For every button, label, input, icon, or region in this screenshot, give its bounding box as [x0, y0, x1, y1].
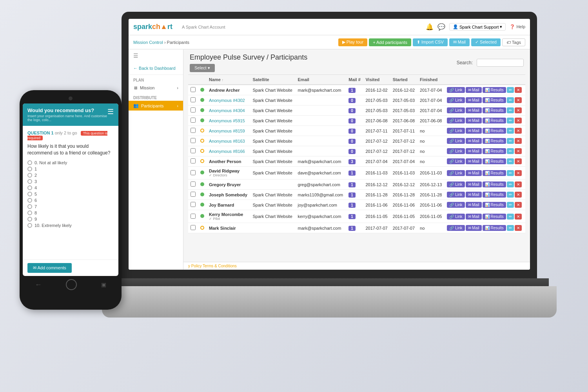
link-button[interactable]: 🔗 Link	[447, 158, 465, 164]
link-button[interactable]: 🔗 Link	[447, 170, 465, 176]
back-to-dashboard[interactable]: ← Back to Dashboard	[129, 62, 183, 75]
hamburger-icon[interactable]: ☰	[129, 49, 183, 62]
row-checkbox[interactable]	[191, 97, 196, 102]
col-started[interactable]: Started	[390, 75, 417, 85]
results-button[interactable]: 📊 Results	[483, 148, 506, 154]
results-button[interactable]: 📊 Results	[483, 118, 506, 123]
results-button[interactable]: 📊 Results	[483, 225, 506, 231]
phone-back-icon[interactable]: ←	[35, 281, 42, 289]
col-mail[interactable]: Mail #	[346, 75, 363, 85]
edit-button[interactable]: ✏	[507, 181, 514, 187]
row-checkbox[interactable]	[191, 202, 196, 207]
radio-button[interactable]	[27, 223, 32, 228]
link-button[interactable]: 🔗 Link	[447, 181, 465, 187]
mail-button[interactable]: ✉ Mail	[449, 38, 470, 46]
import-csv-button[interactable]: ⬆ Import CSV	[413, 38, 448, 46]
sidebar-item-mission[interactable]: 🖥 Mission ›	[129, 83, 183, 93]
results-button[interactable]: 📊 Results	[483, 138, 506, 144]
edit-button[interactable]: ✏	[507, 170, 514, 176]
list-item[interactable]: 0. Not at all likely	[27, 160, 114, 166]
sidebar-item-participants[interactable]: 👥 Participants ›	[129, 101, 183, 111]
row-checkbox[interactable]	[191, 225, 196, 230]
radio-button[interactable]	[27, 173, 32, 178]
chat-icon[interactable]: 💬	[437, 23, 445, 31]
add-comments-button[interactable]: ✉ Add comments	[27, 263, 72, 273]
results-button[interactable]: 📊 Results	[483, 192, 506, 198]
mail-sm-button[interactable]: ✉ Mail	[466, 192, 482, 198]
list-item[interactable]: 1	[27, 166, 114, 172]
edit-button[interactable]: ✏	[507, 128, 514, 134]
results-button[interactable]: 📊 Results	[483, 107, 506, 113]
delete-button[interactable]: ✕	[515, 97, 522, 103]
search-input[interactable]	[477, 59, 524, 67]
row-checkbox[interactable]	[191, 170, 196, 175]
link-button[interactable]: 🔗 Link	[447, 225, 465, 231]
row-checkbox[interactable]	[191, 192, 196, 197]
radio-button[interactable]	[27, 179, 32, 184]
list-item[interactable]: 5	[27, 191, 114, 197]
edit-button[interactable]: ✏	[507, 148, 514, 154]
mail-sm-button[interactable]: ✉ Mail	[466, 148, 482, 154]
delete-button[interactable]: ✕	[515, 107, 522, 113]
radio-button[interactable]	[27, 160, 32, 165]
play-tour-button[interactable]: ▶ Play tour	[338, 38, 367, 46]
radio-button[interactable]	[27, 185, 32, 190]
edit-button[interactable]: ✏	[507, 192, 514, 198]
link-button[interactable]: 🔗 Link	[447, 192, 465, 198]
radio-button[interactable]	[27, 192, 32, 196]
phone-recent-icon[interactable]: ▣	[101, 281, 106, 288]
results-button[interactable]: 📊 Results	[483, 87, 506, 93]
delete-button[interactable]: ✕	[515, 138, 522, 144]
edit-button[interactable]: ✏	[507, 202, 514, 208]
radio-button[interactable]	[27, 198, 32, 203]
delete-button[interactable]: ✕	[515, 118, 522, 123]
link-button[interactable]: 🔗 Link	[447, 138, 465, 144]
delete-button[interactable]: ✕	[515, 225, 522, 231]
row-checkbox[interactable]	[191, 158, 196, 163]
results-button[interactable]: 📊 Results	[483, 128, 506, 134]
selected-button[interactable]: ✓ Selected	[471, 38, 501, 46]
select-button[interactable]: Select ▾	[190, 64, 215, 72]
results-button[interactable]: 📊 Results	[483, 97, 506, 103]
edit-button[interactable]: ✏	[507, 225, 514, 231]
col-finished[interactable]: Finished	[417, 75, 445, 85]
row-checkbox[interactable]	[191, 107, 196, 113]
delete-button[interactable]: ✕	[515, 181, 522, 187]
mail-sm-button[interactable]: ✉ Mail	[466, 170, 482, 176]
mail-sm-button[interactable]: ✉ Mail	[466, 202, 482, 208]
mail-sm-button[interactable]: ✉ Mail	[466, 97, 482, 103]
phone-home-button[interactable]	[66, 279, 77, 290]
list-item[interactable]: 9	[27, 216, 114, 222]
edit-button[interactable]: ✏	[507, 97, 514, 103]
help-button[interactable]: ❓ Help	[510, 24, 525, 29]
row-checkbox[interactable]	[191, 128, 196, 133]
list-item[interactable]: 10. Extremely likely	[27, 222, 114, 229]
list-item[interactable]: 7	[27, 203, 114, 210]
add-participants-button[interactable]: + Add participants	[369, 38, 411, 46]
radio-button[interactable]	[27, 211, 32, 215]
mail-sm-button[interactable]: ✉ Mail	[466, 158, 482, 164]
mail-sm-button[interactable]: ✉ Mail	[466, 225, 482, 231]
results-button[interactable]: 📊 Results	[483, 170, 506, 176]
link-button[interactable]: 🔗 Link	[447, 107, 465, 113]
mail-sm-button[interactable]: ✉ Mail	[466, 128, 482, 134]
edit-button[interactable]: ✏	[507, 138, 514, 144]
col-visited[interactable]: Visited	[363, 75, 390, 85]
link-button[interactable]: 🔗 Link	[447, 148, 465, 154]
link-button[interactable]: 🔗 Link	[447, 87, 465, 93]
support-button[interactable]: 👤 Spark Chart Support ▾	[449, 23, 506, 31]
radio-button[interactable]	[27, 204, 32, 209]
list-item[interactable]: 2	[27, 172, 114, 178]
link-button[interactable]: 🔗 Link	[447, 118, 465, 123]
list-item[interactable]: 3	[27, 178, 114, 185]
phone-menu-icon[interactable]: ☰	[107, 107, 114, 116]
row-checkbox[interactable]	[191, 87, 196, 92]
row-checkbox[interactable]	[191, 214, 196, 219]
delete-button[interactable]: ✕	[515, 192, 522, 198]
edit-button[interactable]: ✏	[507, 214, 514, 220]
mail-sm-button[interactable]: ✉ Mail	[466, 87, 482, 93]
mail-sm-button[interactable]: ✉ Mail	[466, 118, 482, 123]
terms-link[interactable]: Terms & Conditions	[203, 264, 237, 268]
delete-button[interactable]: ✕	[515, 148, 522, 154]
edit-button[interactable]: ✏	[507, 87, 514, 93]
